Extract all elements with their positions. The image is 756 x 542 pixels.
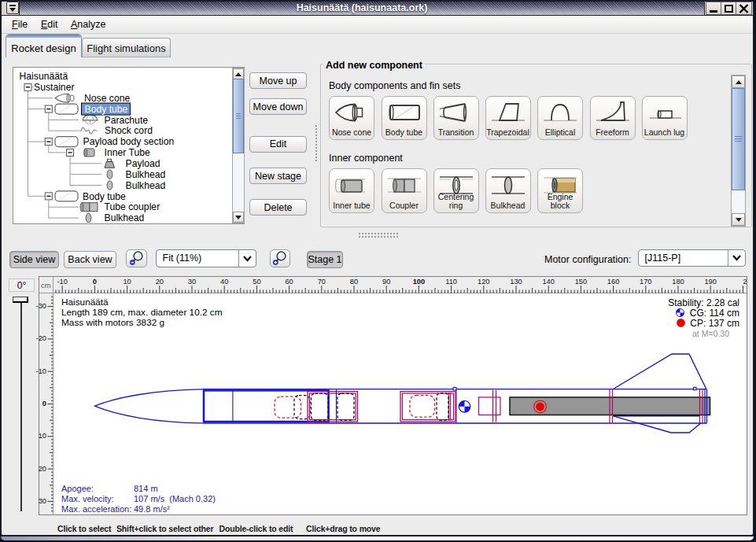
svg-text:0: 0	[93, 278, 97, 286]
svg-text:70: 70	[318, 278, 326, 286]
svg-text:130: 130	[510, 278, 522, 286]
svg-text:190: 190	[704, 278, 717, 286]
svg-text:100: 100	[413, 278, 426, 286]
svg-text:20: 20	[156, 278, 164, 286]
svg-text:170: 170	[640, 278, 652, 286]
svg-text:10: 10	[123, 278, 131, 286]
svg-text:2: 2	[743, 278, 747, 286]
svg-text:40: 40	[220, 278, 228, 286]
svg-text:Inner Tube: Inner Tube	[105, 147, 150, 158]
svg-text:-10: -10	[57, 278, 67, 286]
svg-text:Parachute: Parachute	[105, 115, 149, 126]
svg-text:Body tube: Body tube	[85, 104, 128, 115]
svg-text:Shock cord: Shock cord	[105, 125, 153, 136]
svg-text:30: 30	[188, 278, 196, 286]
svg-text:cm: cm	[41, 281, 51, 289]
svg-text:140: 140	[542, 278, 555, 286]
svg-text:150: 150	[575, 278, 588, 286]
svg-text:90: 90	[382, 278, 390, 286]
svg-text:Bulkhead: Bulkhead	[126, 180, 166, 191]
svg-text:Haisunäätä: Haisunäätä	[20, 71, 68, 82]
svg-text:Sustainer: Sustainer	[34, 82, 75, 93]
svg-text:50: 50	[253, 278, 260, 286]
svg-text:110: 110	[445, 278, 457, 286]
svg-text:60: 60	[285, 278, 293, 286]
svg-text:Payload body section: Payload body section	[83, 136, 175, 147]
svg-text:80: 80	[350, 278, 358, 286]
svg-text:180: 180	[672, 278, 684, 286]
svg-text:Tube coupler: Tube coupler	[105, 201, 160, 212]
svg-text:120: 120	[478, 278, 490, 286]
svg-text:Bulkhead: Bulkhead	[126, 169, 166, 180]
svg-text:Payload: Payload	[126, 158, 160, 169]
svg-text:Bulkhead: Bulkhead	[105, 212, 145, 223]
svg-text:Body tube: Body tube	[83, 191, 126, 202]
svg-text:Nose cone: Nose cone	[84, 93, 130, 104]
svg-text:160: 160	[607, 278, 620, 286]
